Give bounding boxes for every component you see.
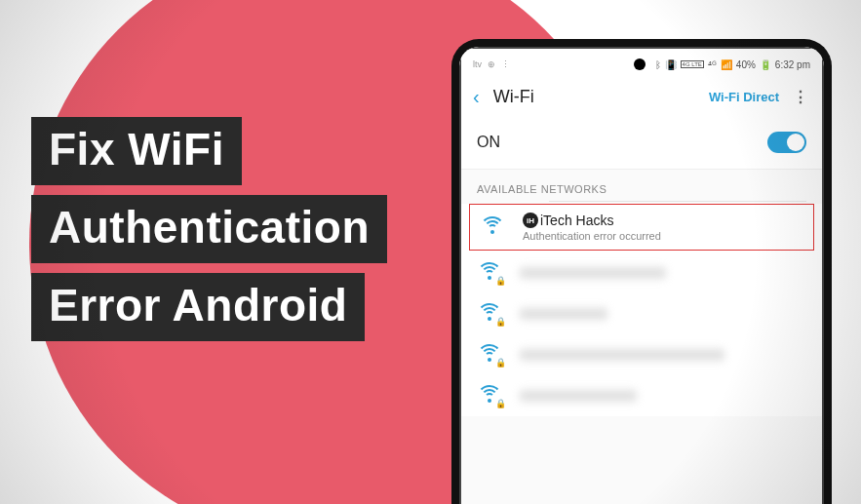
wifi-signal-icon [480,216,505,238]
wifi-on-row: ON [461,116,822,170]
network-name-blurred [520,267,666,279]
network-item[interactable]: 🔒 [461,252,822,293]
back-button[interactable]: ‹ [473,86,480,108]
wifi-signal-secured-icon: 🔒 [477,385,502,407]
network-item[interactable]: 🔒 [461,293,822,334]
bluetooth-icon: ᛒ [655,59,661,70]
headline-line-3: Error Android [31,273,365,341]
lock-icon: 🔒 [495,276,506,286]
network-item-highlighted[interactable]: iH iTech Hacks Authentication error occu… [469,204,814,251]
network-status: Authentication error occurred [523,230,803,242]
page-title: Wi-Fi [493,87,534,107]
lock-icon: 🔒 [495,317,506,327]
brand-badge-icon: iH [523,213,538,228]
battery-percent: 40% [736,59,756,70]
divider [549,201,806,202]
overflow-menu-icon[interactable]: ⋮ [793,88,808,106]
lock-icon: 🔒 [495,399,506,408]
status-left: ltv ⊕ ⋮ [473,59,510,69]
available-networks-label: AVAILABLE NETWORKS [461,170,822,201]
signal-icon: ⁴ᴳ [708,59,717,70]
vibrate-icon: 📳 [665,59,677,70]
status-indicator-icon: ⋮ [501,59,510,69]
network-item[interactable]: 🔒 [461,375,822,416]
wifi-header: ‹ Wi-Fi Wi-Fi Direct ⋮ [461,76,822,116]
wifi-signal-secured-icon: 🔒 [477,344,502,366]
wifi-signal-secured-icon: 🔒 [477,303,502,325]
lock-icon: 🔒 [495,358,506,368]
headline-line-2: Authentication [31,195,387,263]
network-item[interactable]: 🔒 [461,334,822,375]
status-right: ᛒ 📳 4G LTE ⁴ᴳ 📶 40% 🔋 6:32 pm [634,58,810,70]
clock: 6:32 pm [775,59,810,70]
toggle-knob [787,134,804,151]
wifi-toggle[interactable] [767,132,806,153]
camera-punch-hole [634,58,646,70]
wifi-direct-link[interactable]: Wi-Fi Direct [709,90,779,104]
headline-block: Fix WiFi Authentication Error Android [31,117,387,351]
volte-badge: 4G LTE [681,60,704,68]
headline-line-1: Fix WiFi [31,117,242,185]
status-indicator-icon: ⊕ [488,59,495,69]
on-label: ON [477,134,500,151]
network-name-blurred [520,390,637,402]
phone-frame: ltv ⊕ ⋮ ᛒ 📳 4G LTE ⁴ᴳ 📶 40% 🔋 6:32 pm ‹ … [451,39,832,504]
status-bar: ltv ⊕ ⋮ ᛒ 📳 4G LTE ⁴ᴳ 📶 40% 🔋 6:32 pm [461,49,822,76]
cell-signal-icon: 📶 [721,59,732,70]
network-name-blurred [520,308,607,320]
network-name: iH iTech Hacks [523,213,803,228]
battery-icon: 🔋 [760,59,771,70]
carrier-label: ltv [473,59,482,69]
network-list: iH iTech Hacks Authentication error occu… [461,204,822,416]
network-name-blurred [520,349,724,361]
phone-screen: ltv ⊕ ⋮ ᛒ 📳 4G LTE ⁴ᴳ 📶 40% 🔋 6:32 pm ‹ … [459,47,824,504]
wifi-signal-secured-icon: 🔒 [477,262,502,284]
